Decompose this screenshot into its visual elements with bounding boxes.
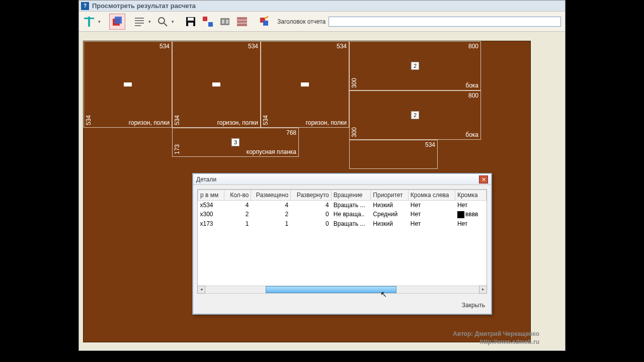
svg-rect-1 <box>84 18 94 19</box>
author-label: Автор: Дмитрий Черкащенко <box>453 330 539 338</box>
ruler-icon[interactable] <box>81 14 97 30</box>
table-cell: x173 <box>198 219 224 228</box>
svg-rect-11 <box>188 18 194 21</box>
color-swatch <box>457 211 464 218</box>
cut-panel[interactable]: 534534горизон, полки <box>261 41 349 128</box>
cut-panel[interactable]: 534534горизон, полки <box>172 41 261 128</box>
panel-label: бока <box>465 82 478 89</box>
panel-width: 768 <box>286 129 296 136</box>
scroll-track[interactable] <box>205 286 479 294</box>
table-cell: 1 <box>224 219 251 228</box>
svg-marker-22 <box>263 21 268 26</box>
report-title-label: Заголовок отчета <box>277 18 326 25</box>
scroll-left-icon[interactable]: ◂ <box>197 286 205 294</box>
panel-width: 534 <box>425 141 435 148</box>
table-row[interactable]: x173110Вращать ...НизкийНетНет <box>198 219 487 228</box>
table-cell: 1 <box>251 219 291 228</box>
close-button[interactable]: Закрыть <box>462 302 485 309</box>
shapes-icon[interactable] <box>200 14 216 30</box>
panel-height: 300 <box>351 78 358 88</box>
table-cell: 4 <box>224 201 251 210</box>
zoom-icon[interactable] <box>154 14 171 30</box>
machine-icon[interactable] <box>217 14 233 30</box>
horizontal-scrollbar[interactable]: ◂ ▸ <box>197 286 487 294</box>
cut-panel[interactable]: 800300бока2 <box>349 41 481 90</box>
panel-mark <box>212 82 220 86</box>
svg-rect-3 <box>115 17 122 24</box>
svg-rect-12 <box>188 23 193 26</box>
report-title-input[interactable] <box>329 17 561 27</box>
panel-width: 800 <box>468 92 478 99</box>
save-icon[interactable] <box>183 14 199 30</box>
table-cell: Средний <box>371 210 408 219</box>
table-cell: 2 <box>224 210 251 219</box>
panel-label: корпусная планка <box>247 148 296 155</box>
panel-height: 173 <box>174 144 181 154</box>
table-cell: x534 <box>198 201 224 210</box>
table-cell: Вращать ... <box>331 201 371 210</box>
list-icon[interactable] <box>131 14 147 30</box>
column-header[interactable]: Развернуто <box>291 190 332 201</box>
details-table[interactable]: р в ммКол-воРазмещеноРазвернутоВращениеП… <box>198 190 487 228</box>
panel-height: 534 <box>85 115 92 125</box>
table-row[interactable]: x534444Вращать ...НизкийНетНет <box>198 201 487 210</box>
window-title: Просмотреть результат расчета <box>92 2 196 10</box>
table-cell: Нет <box>455 219 486 228</box>
svg-rect-7 <box>135 25 141 26</box>
cut-panel[interactable]: 534534горизон, полки <box>84 41 172 128</box>
dialog-title: Детали <box>196 176 216 183</box>
titlebar: ? Просмотреть результат расчета <box>79 1 565 12</box>
column-header[interactable]: р в мм <box>198 190 224 201</box>
table-cell: 4 <box>291 201 332 210</box>
sheets-icon[interactable] <box>109 14 125 30</box>
cut-panel[interactable]: 800300бока2 <box>349 90 481 140</box>
svg-rect-16 <box>222 20 224 24</box>
table-cell: 0 <box>291 210 332 219</box>
table-cell: Не враща.. <box>331 210 371 219</box>
svg-point-8 <box>158 18 165 24</box>
export-icon[interactable] <box>256 14 272 30</box>
panel-number: 2 <box>411 111 419 119</box>
grid-icon[interactable] <box>234 14 250 30</box>
table-cell: вввв <box>455 210 486 219</box>
column-header[interactable]: Кол-во <box>224 190 251 201</box>
scroll-thumb[interactable] <box>266 286 396 293</box>
close-icon[interactable]: ✕ <box>479 175 488 184</box>
toolbar: ▾ ▾ ▾ Заголовок отчета <box>79 12 565 32</box>
panel-number: 2 <box>411 62 419 70</box>
panel-width: 534 <box>248 43 258 50</box>
column-header[interactable]: Вращение <box>331 190 371 201</box>
svg-rect-14 <box>208 22 213 27</box>
table-cell: x300 <box>198 210 224 219</box>
svg-rect-6 <box>135 23 144 24</box>
panel-mark <box>124 82 132 86</box>
footer-credit: Автор: Дмитрий Черкащенко http://www.sdm… <box>453 330 539 346</box>
dropdown-icon[interactable]: ▾ <box>98 19 103 24</box>
column-header[interactable]: Кромка слева <box>408 190 455 201</box>
panel-number: 3 <box>231 138 239 146</box>
panel-width: 534 <box>159 43 170 50</box>
panel-height: 300 <box>351 127 358 137</box>
cut-panel[interactable]: 768173корпусная планка3 <box>172 128 299 157</box>
dropdown-icon[interactable]: ▾ <box>148 19 153 24</box>
svg-rect-18 <box>237 17 247 26</box>
svg-rect-17 <box>226 20 228 24</box>
dropdown-icon[interactable]: ▾ <box>172 19 177 24</box>
svg-rect-13 <box>203 17 207 21</box>
table-cell: Вращать ... <box>331 219 371 228</box>
table-cell: 2 <box>251 210 291 219</box>
details-dialog: Детали ✕ р в ммКол-воРазмещеноРазвернуто… <box>192 173 492 315</box>
cut-panel[interactable]: 534 <box>349 140 438 169</box>
svg-line-9 <box>164 23 167 26</box>
dialog-titlebar[interactable]: Детали ✕ <box>193 174 491 185</box>
panel-height: 534 <box>262 115 269 125</box>
url-label: http://www.sdmeb.ru <box>453 338 539 346</box>
table-cell: Нет <box>455 201 486 210</box>
scroll-right-icon[interactable]: ▸ <box>479 286 487 294</box>
column-header[interactable]: Кромка <box>455 190 486 201</box>
panel-width: 800 <box>468 43 478 50</box>
table-row[interactable]: x300220Не враща..СреднийНетвввв <box>198 210 487 219</box>
column-header[interactable]: Размещено <box>251 190 291 201</box>
column-header[interactable]: Приоритет <box>371 190 408 201</box>
svg-rect-5 <box>135 20 144 21</box>
